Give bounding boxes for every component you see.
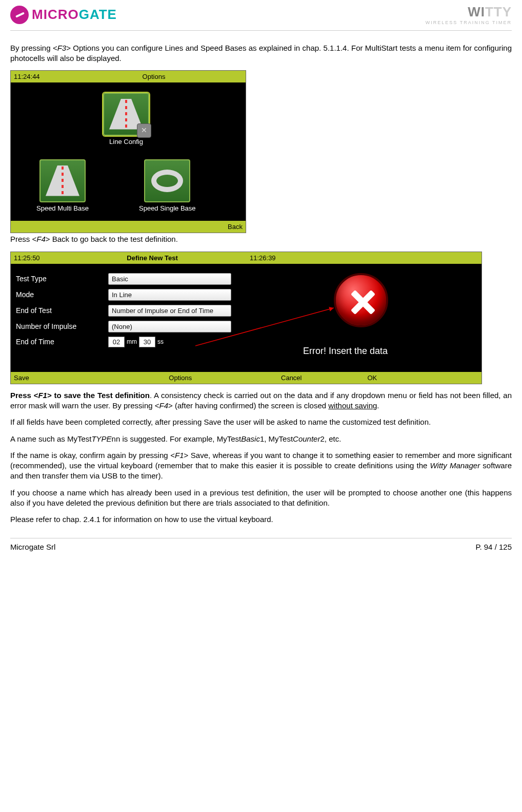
logo-circle-icon xyxy=(10,6,29,24)
footer-page: P. 94 / 125 xyxy=(475,543,512,551)
paragraph-keyboard: Please refer to chap. 2.4.1 for informat… xyxy=(10,514,512,525)
clock-label: 11:26:39 xyxy=(229,254,478,262)
divider xyxy=(10,30,512,31)
label-mm: mm xyxy=(127,338,137,345)
logo-microgate: MICROGATE xyxy=(10,6,117,24)
speed-single-icon xyxy=(144,159,190,202)
cancel-button[interactable]: Cancel xyxy=(236,374,347,382)
logo-witty: WITTY WIRELESS TRAINING TIMER xyxy=(426,4,512,25)
paragraph-fields: If all fields have been completed correc… xyxy=(10,417,512,427)
options-buttonbar: Back xyxy=(11,221,246,233)
screen-title: Options xyxy=(65,73,243,80)
paragraph-naming: A name such as MyTestTYPEnn is suggested… xyxy=(10,434,512,444)
define-buttonbar: Save Options Cancel OK xyxy=(11,372,481,384)
arrow-icon xyxy=(195,305,344,351)
label-end-test: End of Test xyxy=(16,306,108,315)
input-test-type[interactable]: Basic xyxy=(108,273,231,285)
options-topbar: 11:24:44 Options xyxy=(11,71,246,82)
witty-sub: WIRELESS TRAINING TIMER xyxy=(426,20,512,25)
paragraph-duplicate: If you choose a name which has already b… xyxy=(10,488,512,509)
tile-label: Speed Single Base xyxy=(139,204,196,212)
ok-button[interactable]: OK xyxy=(347,374,479,382)
paragraph-intro: By pressing <F3> Options you can configu… xyxy=(10,43,512,64)
row-mode: Mode In Line xyxy=(16,289,252,301)
input-ss[interactable]: 30 xyxy=(139,337,155,347)
tile-speed-single[interactable]: Speed Single Base xyxy=(139,159,196,212)
error-icon xyxy=(334,273,388,327)
label-test-type: Test Type xyxy=(16,275,108,283)
page-header: MICROGATE WITTY WIRELESS TRAINING TIMER xyxy=(10,0,512,30)
label-end-time: End of Time xyxy=(16,338,108,346)
svg-line-0 xyxy=(195,308,334,346)
tile-label: Line Config xyxy=(103,138,149,145)
define-topbar: 11:25:50 Define New Test 11:26:39 xyxy=(11,252,481,264)
footer-company: Microgate Srl xyxy=(10,543,55,551)
tile-speed-multi[interactable]: Speed Multi Base xyxy=(36,159,89,212)
tile-label: Speed Multi Base xyxy=(36,204,89,212)
speed-multi-icon xyxy=(39,159,86,202)
logo-text-a: MICRO xyxy=(32,7,79,22)
screen-title: Define New Test xyxy=(75,254,229,262)
tile-line-config[interactable]: Line Config xyxy=(103,93,149,145)
row-test-type: Test Type Basic xyxy=(16,273,252,285)
wrench-icon xyxy=(137,123,151,138)
save-button[interactable]: Save xyxy=(14,374,125,382)
input-mode[interactable]: In Line xyxy=(108,289,231,301)
clock-label: 11:24:44 xyxy=(14,73,65,80)
clock-label: 11:25:50 xyxy=(14,254,75,262)
witty-b: TTY xyxy=(485,4,512,19)
line-config-icon xyxy=(103,93,149,136)
input-mm[interactable]: 02 xyxy=(108,337,125,347)
logo-text-b: GATE xyxy=(79,7,117,22)
page-footer: Microgate Srl P. 94 / 125 xyxy=(10,538,512,559)
label-ss: ss xyxy=(157,338,164,345)
paragraph-save: Press <F1> to save the Test definition. … xyxy=(10,390,512,411)
screenshot-define-test: 11:25:50 Define New Test 11:26:39 Test T… xyxy=(10,252,482,384)
witty-a: WI xyxy=(468,4,485,19)
paragraph-back: Press <F4> Back to go back to the test d… xyxy=(10,234,512,244)
paragraph-confirm: If the name is okay, confirm again by pr… xyxy=(10,450,512,482)
screenshot-options: 11:24:44 Options Line Config Speed Multi… xyxy=(10,70,246,233)
options-button[interactable]: Options xyxy=(125,374,236,382)
label-num-impulse: Number of Impulse xyxy=(16,322,108,330)
label-mode: Mode xyxy=(16,290,108,299)
error-message: Error! Insert the data xyxy=(303,346,388,357)
back-button[interactable]: Back xyxy=(186,223,243,231)
